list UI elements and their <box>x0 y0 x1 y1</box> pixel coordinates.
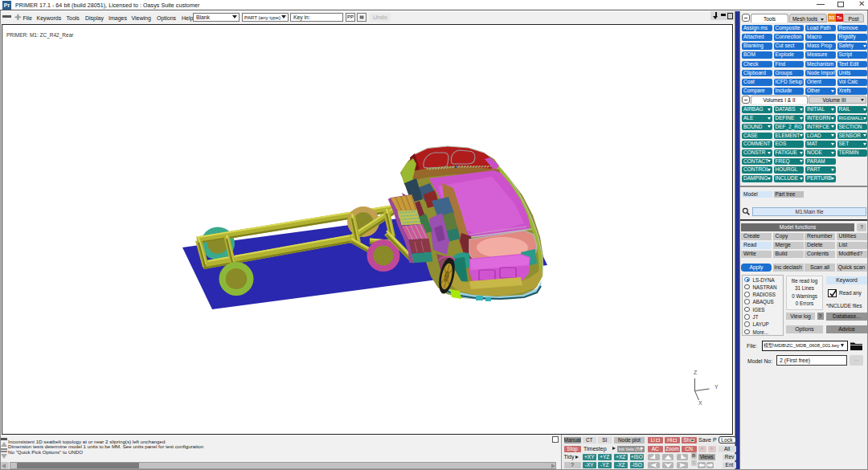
svg-text:Y: Y <box>714 384 719 390</box>
svg-text:X: X <box>698 400 702 406</box>
svg-text:Z: Z <box>694 370 698 375</box>
